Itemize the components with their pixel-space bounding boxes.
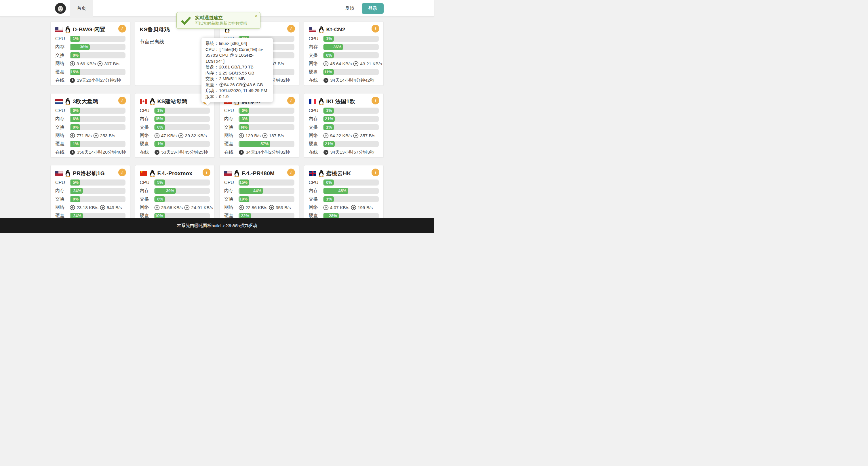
info-icon[interactable]: i bbox=[372, 169, 379, 176]
upload-arrow-icon bbox=[184, 205, 190, 210]
mem-value: 6% bbox=[73, 116, 79, 122]
country-flag-icon bbox=[309, 99, 316, 104]
stat-label-online: 在线 bbox=[309, 77, 323, 84]
tab-home[interactable]: 首页 bbox=[70, 0, 93, 17]
download-arrow-icon bbox=[70, 61, 75, 66]
stat-label-disk: 硬盘 bbox=[55, 69, 70, 75]
mem-bar: 3% bbox=[239, 116, 294, 122]
info-icon[interactable]: i bbox=[287, 169, 295, 176]
success-check-icon bbox=[181, 16, 191, 25]
tooltip-row-label: 流量： bbox=[206, 82, 218, 87]
stat-label-online: 在线 bbox=[309, 149, 323, 155]
site-logo[interactable] bbox=[55, 3, 66, 14]
card-title: 3欧大盘鸡 i bbox=[55, 96, 125, 106]
info-icon[interactable]: i bbox=[287, 97, 295, 104]
upload-arrow-icon bbox=[97, 61, 103, 66]
stat-label-cpu: CPU bbox=[309, 108, 323, 113]
net-up-value: 543 B/s bbox=[107, 205, 122, 210]
clock-icon bbox=[70, 78, 75, 83]
login-button[interactable]: 登录 bbox=[362, 3, 384, 14]
build-hash-link[interactable]: c23b88b bbox=[223, 223, 240, 228]
stat-label-swap: 交换 bbox=[224, 196, 239, 202]
stat-label-mem: 内存 bbox=[309, 116, 323, 122]
stat-label-cpu: CPU bbox=[224, 180, 239, 185]
net-down-value: 45.64 KB/s bbox=[330, 61, 352, 66]
stat-label-mem: 内存 bbox=[309, 188, 323, 194]
footer-text-suffix: 强力驱动 bbox=[240, 223, 257, 228]
info-icon[interactable]: i bbox=[118, 25, 126, 33]
net-down-value: 22.86 KB/s bbox=[246, 205, 267, 210]
nezha-panel-link[interactable]: 哪吒面板 bbox=[194, 223, 212, 228]
info-icon[interactable]: i bbox=[287, 25, 295, 33]
net-down-value: 47 KB/s bbox=[161, 133, 177, 138]
toast-close-icon[interactable]: ✕ bbox=[255, 14, 258, 18]
country-flag-icon bbox=[55, 99, 63, 104]
info-icon[interactable]: i bbox=[372, 25, 379, 33]
feedback-link[interactable]: 反馈 bbox=[345, 5, 354, 11]
disk-bar: 57% bbox=[239, 141, 294, 147]
cpu-bar: 15% bbox=[239, 179, 294, 186]
linux-penguin-icon bbox=[149, 170, 155, 177]
cpu-value: 0% bbox=[242, 108, 248, 113]
cpu-value: 5% bbox=[73, 179, 79, 186]
info-icon[interactable]: i bbox=[118, 169, 126, 176]
tooltip-row-label: CPU： bbox=[206, 47, 219, 52]
stat-label-cpu: CPU bbox=[140, 180, 154, 185]
disk-value: 15% bbox=[70, 69, 79, 75]
tooltip-arrow bbox=[205, 102, 211, 105]
stat-label-swap: 交换 bbox=[55, 196, 70, 202]
cpu-bar: 0% bbox=[70, 108, 125, 113]
net-up-value: 199 B/s bbox=[358, 205, 373, 210]
mem-bar: 6% bbox=[70, 116, 125, 122]
linux-penguin-icon bbox=[65, 98, 71, 105]
mem-bar: 21% bbox=[323, 116, 379, 122]
download-arrow-icon bbox=[70, 205, 75, 210]
swap-bar: 0% bbox=[70, 124, 125, 130]
linux-penguin-icon bbox=[318, 26, 324, 33]
download-arrow-icon bbox=[239, 205, 244, 210]
stat-label-cpu: CPU bbox=[55, 180, 70, 185]
main-content: D-BWG-闲置 i CPU 1% 内存 36% 交换 0% 网络 3.69 K… bbox=[50, 0, 384, 230]
server-stats: CPU 1% 内存 21% 交换 1% 网络 94.22 KB/s 357 B/… bbox=[309, 106, 379, 157]
card-title: Kt-CN2 i bbox=[309, 25, 379, 35]
stat-label-net: 网络 bbox=[309, 133, 323, 139]
clock-icon bbox=[323, 149, 329, 155]
stat-label-net: 网络 bbox=[224, 204, 239, 210]
download-arrow-icon bbox=[154, 133, 160, 138]
mem-value: 3% bbox=[242, 116, 248, 122]
swap-value: 0% bbox=[73, 124, 79, 130]
stat-label-cpu: CPU bbox=[140, 108, 154, 113]
swap-value: 1% bbox=[326, 124, 332, 130]
server-stats: CPU 1% 内存 36% 交换 0% 网络 3.69 KB/s 307 B/s bbox=[55, 35, 125, 85]
stat-label-net: 网络 bbox=[140, 204, 154, 210]
net-up-value: 24.91 KB/s bbox=[191, 205, 213, 210]
info-icon[interactable]: i bbox=[118, 97, 126, 104]
stat-label-cpu: CPU bbox=[55, 108, 70, 113]
mem-bar: 15% bbox=[154, 116, 210, 122]
stat-label-swap: 交换 bbox=[140, 196, 154, 202]
linux-penguin-icon bbox=[65, 26, 71, 33]
server-name: IKL法国1欧 bbox=[327, 98, 355, 105]
server-card: IKL法国1欧 i CPU 1% 内存 21% 交换 1% 网络 94.22 K… bbox=[304, 93, 384, 158]
stat-label-net: 网络 bbox=[224, 133, 239, 139]
info-icon[interactable]: i bbox=[203, 169, 210, 176]
server-name: D-BWG-闲置 bbox=[73, 26, 105, 33]
linux-penguin-icon bbox=[65, 170, 71, 177]
download-arrow-icon bbox=[154, 205, 160, 210]
disk-value: 57% bbox=[260, 141, 269, 147]
disk-value: 1% bbox=[157, 141, 163, 147]
cpu-value: 1% bbox=[157, 108, 163, 113]
footer-text-prefix: 本系统由 bbox=[177, 223, 194, 228]
card-title: D-BWG-闲置 i bbox=[55, 25, 125, 35]
swap-value: 0% bbox=[157, 124, 163, 130]
footer-bar: 本系统由 哪吒面板 build · c23b88b 强力驱动 bbox=[0, 218, 434, 233]
tooltip-row: 系统：linux- [x86_64] bbox=[206, 40, 269, 46]
mem-bar: 36% bbox=[70, 44, 125, 50]
cpu-bar: 1% bbox=[154, 108, 210, 113]
info-icon[interactable]: i bbox=[372, 97, 379, 104]
footer-text-build: build · bbox=[212, 223, 223, 228]
net-down-value: 25.66 KB/s bbox=[161, 205, 183, 210]
stat-label-swap: 交换 bbox=[140, 124, 154, 130]
mem-value: 45% bbox=[338, 188, 346, 194]
swap-value: 0% bbox=[73, 196, 79, 202]
